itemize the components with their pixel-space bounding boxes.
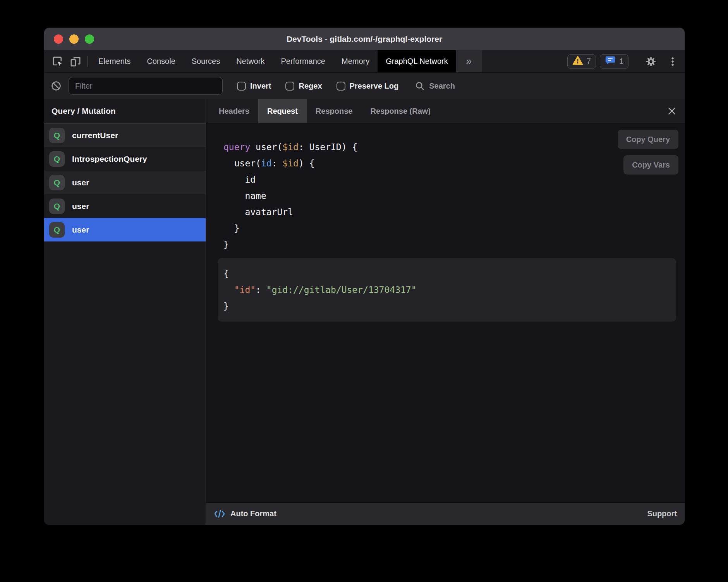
warnings-badge[interactable]: 7: [567, 54, 596, 69]
code-line: }: [223, 220, 676, 236]
support-link[interactable]: Support: [647, 509, 677, 518]
close-icon: [667, 106, 677, 116]
code-brackets-icon: [214, 509, 225, 519]
preserve-log-checkbox[interactable]: [337, 82, 345, 91]
detail-pane: Headers Request Response Response (Raw) …: [206, 99, 685, 525]
query-name: user: [72, 178, 89, 187]
minimize-window-button[interactable]: [69, 34, 79, 44]
code-token: : UserID) {: [299, 142, 357, 152]
code-token: id: [223, 175, 256, 185]
request-query-code: query user($id: UserID) { user(id: $id) …: [223, 139, 676, 253]
close-window-button[interactable]: [54, 34, 63, 44]
code-token: user(: [250, 142, 282, 152]
invert-label: Invert: [250, 82, 271, 91]
code-token: :: [272, 158, 283, 168]
tab-response[interactable]: Response: [307, 99, 362, 123]
code-token: avatarUrl: [223, 207, 293, 217]
query-sidebar: Query / Mutation Q currentUser Q Introsp…: [44, 99, 206, 525]
code-line: avatarUrl: [223, 204, 676, 220]
titlebar: DevTools - gitlab.com/-/graphql-explorer: [44, 28, 685, 50]
tab-performance[interactable]: Performance: [273, 50, 334, 72]
tab-request[interactable]: Request: [258, 99, 307, 123]
preserve-log-checkbox-group[interactable]: Preserve Log: [337, 82, 399, 91]
search-label: Search: [429, 82, 455, 91]
auto-format-button[interactable]: Auto Format: [230, 509, 276, 518]
code-token: query: [223, 142, 250, 152]
devtools-window: DevTools - gitlab.com/-/graphql-explorer…: [44, 28, 685, 525]
filter-bar: Invert Regex Preserve Log Search: [44, 72, 685, 99]
code-token: }: [223, 223, 240, 233]
tab-sources[interactable]: Sources: [184, 50, 228, 72]
query-type-badge: Q: [49, 175, 65, 190]
query-list: Q currentUser Q IntrospectionQuery Q use…: [44, 123, 206, 241]
code-token: "gid://gitlab/User/13704317": [266, 285, 417, 295]
warning-count: 7: [587, 57, 591, 66]
code-token: $id: [282, 142, 299, 152]
detail-tab-bar: Headers Request Response Response (Raw): [206, 99, 685, 123]
tab-headers[interactable]: Headers: [210, 99, 258, 123]
sidebar-header: Query / Mutation: [44, 99, 206, 123]
sidebar-item-user-3-selected[interactable]: Q user: [44, 218, 206, 241]
copy-query-button[interactable]: Copy Query: [618, 130, 678, 149]
toolbar-right-controls: 7 1: [567, 50, 685, 72]
sidebar-item-currentuser[interactable]: Q currentUser: [44, 123, 206, 147]
copy-vars-button[interactable]: Copy Vars: [623, 155, 678, 175]
regex-label: Regex: [299, 82, 322, 91]
query-name: currentUser: [72, 131, 118, 140]
content-area: Query / Mutation Q currentUser Q Introsp…: [44, 99, 685, 525]
filter-input[interactable]: [69, 77, 223, 95]
tab-elements[interactable]: Elements: [90, 50, 139, 72]
code-token: $id: [282, 158, 299, 168]
code-token: {: [223, 269, 229, 279]
code-line: name: [223, 188, 676, 204]
code-line: user(id: $id) {: [223, 155, 676, 171]
tab-graphql-network[interactable]: GraphQL Network: [378, 50, 456, 72]
invert-checkbox-group[interactable]: Invert: [237, 82, 271, 91]
block-icon[interactable]: [51, 80, 62, 91]
request-variables-box: { "id": "gid://gitlab/User/13704317"}: [218, 258, 676, 322]
query-type-badge: Q: [49, 128, 65, 143]
close-detail-button[interactable]: [659, 99, 685, 123]
code-line: id: [223, 171, 676, 188]
settings-gear-icon[interactable]: [642, 55, 660, 68]
devtools-tab-bar: Elements Console Sources Network Perform…: [44, 50, 685, 72]
more-tabs-button[interactable]: »: [456, 50, 482, 72]
search-icon: [415, 81, 425, 91]
request-variables-code: { "id": "gid://gitlab/User/13704317"}: [223, 265, 668, 314]
tab-memory[interactable]: Memory: [333, 50, 378, 72]
query-type-badge: Q: [49, 222, 65, 238]
code-line: {: [223, 265, 668, 282]
kebab-menu-icon[interactable]: [664, 56, 682, 67]
code-line: }: [223, 298, 668, 314]
code-line: query user($id: UserID) {: [223, 139, 676, 155]
code-token: }: [223, 301, 229, 311]
query-type-badge: Q: [49, 151, 65, 167]
invert-checkbox[interactable]: [237, 82, 246, 91]
code-token: user(: [223, 158, 261, 168]
regex-checkbox-group[interactable]: Regex: [285, 82, 322, 91]
maximize-window-button[interactable]: [85, 34, 94, 44]
warning-triangle-icon: [572, 55, 583, 67]
code-token: ) {: [299, 158, 315, 168]
device-toolbar-icon[interactable]: [67, 50, 84, 72]
window-title: DevTools - gitlab.com/-/graphql-explorer: [44, 34, 685, 44]
search-control[interactable]: Search: [415, 81, 455, 91]
code-token: "id": [234, 285, 256, 295]
request-panel: Copy Query Copy Vars query user($id: Use…: [206, 123, 685, 502]
tab-console[interactable]: Console: [139, 50, 183, 72]
tab-response-raw[interactable]: Response (Raw): [361, 99, 440, 123]
preserve-log-label: Preserve Log: [350, 82, 399, 91]
pane-footer: Auto Format Support: [206, 502, 685, 525]
inspect-element-icon[interactable]: [49, 50, 67, 72]
code-token: [223, 285, 234, 295]
issues-badge[interactable]: 1: [600, 54, 628, 69]
code-token: }: [223, 240, 229, 250]
sidebar-item-user-1[interactable]: Q user: [44, 171, 206, 194]
tab-network[interactable]: Network: [228, 50, 273, 72]
sidebar-item-user-2[interactable]: Q user: [44, 194, 206, 218]
sidebar-item-introspectionquery[interactable]: Q IntrospectionQuery: [44, 147, 206, 171]
code-token: :: [256, 285, 266, 295]
message-bubble-icon: [605, 55, 616, 68]
regex-checkbox[interactable]: [285, 82, 294, 91]
code-line: "id": "gid://gitlab/User/13704317": [223, 282, 668, 298]
